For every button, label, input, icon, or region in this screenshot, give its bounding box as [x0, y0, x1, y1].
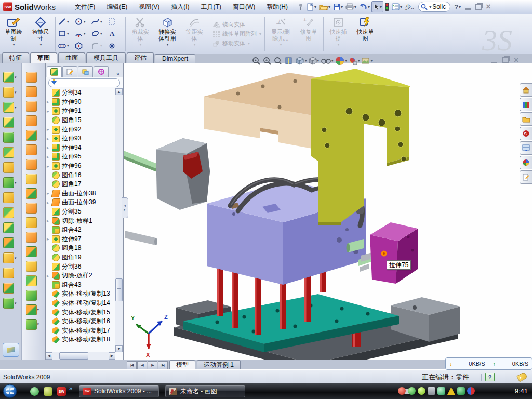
scroll-thumb[interactable] [59, 352, 88, 360]
toolbar-button[interactable]: ▾ [26, 113, 41, 128]
badge-tray-icon[interactable] [418, 387, 425, 395]
connectivity-tray-icon[interactable] [437, 387, 445, 395]
expand-arrow-icon[interactable]: ▸ [47, 145, 52, 150]
tab-scroll-button[interactable]: ◀ [137, 361, 147, 369]
part-sprue-section[interactable] [124, 138, 210, 245]
linear-pattern-button[interactable]: 线性草图阵列▾ [212, 30, 261, 38]
tab-solidworks-resources[interactable] [520, 83, 532, 97]
mirror-entities-button[interactable]: 镜向实体 [212, 21, 261, 29]
sketch-fillet-tool-button[interactable]: ▾ [91, 40, 107, 52]
tree-item[interactable]: ▸ 实体-移动/复制18 [46, 335, 115, 344]
hide-show-items-button[interactable]: ▾ [321, 57, 334, 64]
select-tool-button[interactable]: ▾ [371, 1, 383, 12]
expand-arrow-icon[interactable]: ▸ [47, 236, 52, 242]
command-tab[interactable]: 特征 [2, 52, 29, 63]
toolbar-button[interactable]: ▾ [26, 186, 41, 201]
trim-entities-button[interactable]: 剪裁实体▾ [127, 14, 154, 54]
tree-item[interactable]: ▸ 拉伸93 [46, 134, 115, 143]
quick-launch-solidworks-icon[interactable]: SW [57, 387, 66, 396]
offset-entities-button[interactable]: 等距实体▾ [181, 14, 208, 54]
edit-appearance-button[interactable]: ▾ [335, 56, 348, 66]
open-document-button[interactable]: ▾ [318, 2, 331, 12]
save-button[interactable]: ▾ [332, 2, 344, 12]
quick-launch-messenger-icon[interactable] [30, 387, 39, 396]
toolbar-button[interactable]: ▾ [3, 281, 18, 296]
panel-splitter-handle[interactable]: ◂▸ [122, 197, 128, 218]
document-tab[interactable]: 运动算例 1 [197, 360, 241, 370]
zoom-area-button[interactable] [262, 56, 272, 65]
restore-button[interactable] [475, 4, 482, 10]
alert-tray-icon[interactable] [447, 387, 455, 395]
command-tab[interactable]: 曲面 [58, 52, 85, 63]
tab-appearances-scenes[interactable] [520, 156, 532, 169]
menu-item[interactable]: 工具(T) [195, 1, 227, 14]
command-tab[interactable]: 评估 [127, 52, 154, 63]
menu-item[interactable]: 视图(V) [133, 1, 165, 14]
search-box[interactable]: ▾ Solic [418, 2, 450, 12]
ime-indicator[interactable]: 少.. [404, 3, 416, 11]
menu-item[interactable]: 文件(F) [69, 1, 101, 14]
expand-arrow-icon[interactable]: ▸ [47, 154, 52, 159]
tab-design-library[interactable] [520, 98, 532, 111]
point-tool-button[interactable] [108, 40, 123, 52]
toolbar-button[interactable]: ▾ [26, 70, 41, 84]
tree-item[interactable]: ▸ 分割35 [46, 207, 115, 217]
toolbar-button[interactable]: ▾ [26, 84, 41, 99]
toolbar-button[interactable]: ▾ [26, 317, 41, 331]
toolbar-button[interactable]: ▾ [3, 145, 18, 160]
tree-item[interactable]: ▸ 圆角15 [46, 116, 115, 125]
toolbar-button[interactable]: ▾ [26, 201, 41, 215]
menu-item[interactable]: 插入(I) [165, 1, 195, 14]
toolbar-button[interactable]: ▾ [3, 296, 18, 311]
rebuild-traffic-light-icon[interactable] [384, 2, 390, 12]
pin-toolbar-icon[interactable] [297, 2, 305, 12]
toolbar-button[interactable]: ▾ [26, 128, 41, 142]
tree-item[interactable]: ▸ 圆角16 [46, 170, 115, 180]
tree-item[interactable]: ▸ 拉伸97 [46, 235, 115, 244]
display-delete-relations-button[interactable]: ⊥ 显示/删除几...▾ [266, 14, 295, 54]
taskbar-task-1[interactable]: SWSolidWorks 2009 - ... [79, 385, 159, 397]
measure-button-pressed[interactable] [3, 343, 19, 357]
sync-tray-icon[interactable] [467, 387, 475, 395]
tags-icon[interactable] [516, 372, 528, 382]
tree-item[interactable]: ▸ 切除-放样1 [46, 216, 115, 225]
tree-filter-input[interactable] [48, 78, 120, 87]
tree-item[interactable]: ▸ 实体-移动/复制17 [46, 326, 115, 335]
rapid-sketch-button[interactable]: 快速草图 [352, 14, 379, 54]
view-orientation-button[interactable]: ▾ [295, 56, 307, 65]
tree-item[interactable]: ▸ 拉伸92 [46, 125, 115, 134]
tab-scroll-button[interactable]: ▶| [158, 361, 168, 369]
menu-item[interactable]: 编辑(E) [101, 1, 133, 14]
scroll-right-button[interactable]: ▶ [109, 352, 115, 360]
quick-launch-chevron[interactable]: » [69, 385, 72, 391]
new-document-button[interactable]: ▾ [305, 2, 317, 12]
part-stripper-bracket[interactable] [311, 69, 410, 225]
panel-overflow-chevron[interactable]: » [114, 71, 122, 77]
tree-item[interactable]: ▸ 圆角17 [46, 180, 115, 189]
tree-item[interactable]: ▸ 拉伸91 [46, 107, 115, 116]
tree-item[interactable]: ▸ 拉伸95 [46, 152, 115, 162]
tree-item[interactable]: ▸ 拉伸94 [46, 143, 115, 153]
tree-horizontal-scrollbar[interactable]: ◀ ▶ [46, 352, 115, 360]
zoom-selection-button[interactable] [273, 56, 283, 65]
convert-entities-button[interactable]: 转换实体引用▾ [154, 14, 181, 54]
tab-configuration-manager[interactable] [78, 66, 93, 77]
spline-tool-button[interactable]: ▾ [91, 16, 107, 28]
arc-tool-button[interactable]: ▾ [74, 28, 90, 39]
ellipse-tool-button[interactable]: ▾ [91, 28, 107, 39]
apply-scene-button[interactable]: ▾ [349, 57, 360, 65]
expand-arrow-icon[interactable]: ▸ [47, 109, 52, 114]
smart-dimension-button[interactable]: 智能尺寸▾ [27, 14, 54, 54]
toolbar-button[interactable]: ▾ [3, 220, 18, 235]
toolbar-button[interactable]: ▾ [3, 85, 18, 100]
toolbar-button[interactable]: ▾ [26, 259, 41, 273]
toolbar-button[interactable]: ▾ [26, 142, 41, 157]
toolbar-button[interactable]: ▾ [26, 244, 41, 259]
doc-close-button[interactable]: × [514, 56, 518, 64]
tree-item[interactable]: ▸ 切除-放样2 [46, 271, 115, 281]
expand-arrow-icon[interactable]: ▸ [47, 127, 52, 132]
toolbar-button[interactable]: ▾ [26, 99, 41, 113]
text-tool-button[interactable]: A [108, 28, 123, 39]
close-button[interactable]: × [486, 3, 490, 11]
tree-item[interactable]: ▸ 组合43 [46, 280, 115, 289]
